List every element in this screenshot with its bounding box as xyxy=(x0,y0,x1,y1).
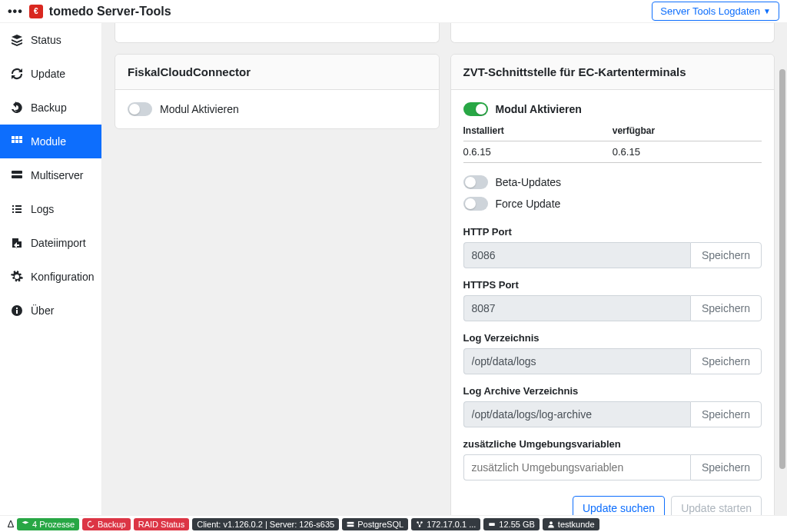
svg-rect-16 xyxy=(490,523,496,526)
fiskal-card: FiskalCloudConnector Modul Aktivieren xyxy=(115,54,440,129)
user-badge[interactable]: testkunde xyxy=(543,518,599,530)
linux-icon: ∆ xyxy=(8,518,14,530)
processes-badge[interactable]: 4 Prozesse xyxy=(17,518,79,530)
zvt-card: ZVT-Schnittstelle für EC-Kartenterminals… xyxy=(450,54,775,515)
sidebar-item-multiserver[interactable]: Multiserver xyxy=(0,158,101,192)
update-suchen-button[interactable]: Update suchen xyxy=(573,496,665,515)
http-port-save-button[interactable]: Speichern xyxy=(690,242,762,268)
beta-updates-label: Beta-Updates xyxy=(496,176,562,188)
env-input[interactable] xyxy=(463,454,690,480)
postgresql-badge[interactable]: PostgreSQL xyxy=(342,518,408,530)
update-starten-button[interactable]: Update starten xyxy=(671,496,762,515)
client-server-badge[interactable]: Client: v1.126.0.2 | Server: 126-s635 xyxy=(192,518,339,530)
ip-badge[interactable]: 172.17.0.1 ... xyxy=(411,518,480,530)
sidebar-item-status[interactable]: Status xyxy=(0,23,101,57)
log-dir-save-button[interactable]: Speichern xyxy=(690,348,762,374)
sync-icon xyxy=(11,68,23,80)
sidebar: Status Update Backup Module Multiserver … xyxy=(0,23,102,515)
zvt-card-title: ZVT-Schnittstelle für EC-Kartenterminals xyxy=(451,55,775,90)
fiskal-activate-label: Modul Aktivieren xyxy=(160,103,239,115)
svg-rect-7 xyxy=(12,175,22,178)
sidebar-item-dateiimport[interactable]: Dateiimport xyxy=(0,226,101,260)
svg-rect-11 xyxy=(347,521,354,524)
svg-rect-3 xyxy=(12,140,15,143)
scrollbar[interactable] xyxy=(779,23,785,515)
zvt-activate-toggle[interactable] xyxy=(463,102,488,116)
svg-rect-6 xyxy=(12,171,22,174)
backup-badge[interactable]: Backup xyxy=(82,518,131,530)
log-dir-label: Log Verzeichnis xyxy=(463,332,762,344)
info-icon xyxy=(11,304,23,317)
force-update-toggle[interactable] xyxy=(463,197,488,211)
http-port-label: HTTP Port xyxy=(463,226,762,238)
raid-badge[interactable]: RAID Status xyxy=(134,518,190,530)
list-icon xyxy=(11,203,23,215)
fiskal-activate-toggle[interactable] xyxy=(128,102,152,116)
svg-rect-5 xyxy=(19,140,22,143)
svg-rect-9 xyxy=(16,310,18,314)
svg-rect-2 xyxy=(19,136,22,139)
env-save-button[interactable]: Speichern xyxy=(690,454,762,480)
grid-icon xyxy=(11,135,23,148)
chevron-down-icon: ▼ xyxy=(763,7,771,15)
https-port-save-button[interactable]: Speichern xyxy=(690,295,762,321)
sidebar-item-logs[interactable]: Logs xyxy=(0,192,101,226)
menu-dots[interactable]: ••• xyxy=(8,5,23,18)
svg-rect-10 xyxy=(16,308,18,309)
statusbar: ∆ 4 Prozesse Backup RAID Status Client: … xyxy=(0,515,787,532)
log-dir-input[interactable] xyxy=(463,348,690,374)
http-port-input[interactable] xyxy=(463,242,690,268)
archive-dir-label: Log Archive Verzeichnis xyxy=(463,385,762,397)
card-stub-right xyxy=(450,23,775,43)
disk-badge[interactable]: 12.55 GB xyxy=(483,518,539,530)
svg-rect-1 xyxy=(15,136,18,139)
svg-rect-12 xyxy=(347,524,354,527)
installed-header: Installiert xyxy=(463,125,613,136)
sidebar-item-update[interactable]: Update xyxy=(0,57,101,91)
sidebar-item-ueber[interactable]: Über xyxy=(0,294,101,328)
sidebar-item-backup[interactable]: Backup xyxy=(0,91,101,125)
card-stub-left xyxy=(115,23,440,43)
env-label: zusätzliche Umgebungsvariablen xyxy=(463,438,762,450)
fiskal-card-title: FiskalCloudConnector xyxy=(115,55,439,90)
version-table: Installiert verfügbar 0.6.15 0.6.15 xyxy=(463,125,762,163)
server-tools-logdaten-button[interactable]: Server Tools Logdaten ▼ xyxy=(652,2,779,21)
available-header: verfügbar xyxy=(613,125,762,136)
gear-icon xyxy=(11,271,23,283)
sidebar-item-konfiguration[interactable]: Konfiguration xyxy=(0,260,101,294)
https-port-input[interactable] xyxy=(463,295,690,321)
archive-dir-input[interactable] xyxy=(463,401,690,427)
svg-rect-0 xyxy=(12,136,15,139)
svg-point-17 xyxy=(550,521,553,524)
app-logo-icon: € xyxy=(29,5,43,18)
force-update-label: Force Update xyxy=(496,198,561,210)
sidebar-item-module[interactable]: Module xyxy=(0,125,101,158)
archive-dir-save-button[interactable]: Speichern xyxy=(690,401,762,427)
installed-value: 0.6.15 xyxy=(463,146,613,158)
layers-icon xyxy=(11,34,23,46)
https-port-label: HTTPS Port xyxy=(463,279,762,291)
import-icon xyxy=(11,237,23,249)
available-value: 0.6.15 xyxy=(613,146,762,158)
main-content: FiskalCloudConnector Modul Aktivieren ZV… xyxy=(102,23,787,515)
server-icon xyxy=(11,169,23,181)
zvt-activate-label: Modul Aktivieren xyxy=(496,103,582,115)
app-title: tomedo Server-Tools xyxy=(49,5,171,18)
beta-updates-toggle[interactable] xyxy=(463,175,488,189)
svg-rect-4 xyxy=(15,140,18,143)
undo-icon xyxy=(11,101,23,114)
